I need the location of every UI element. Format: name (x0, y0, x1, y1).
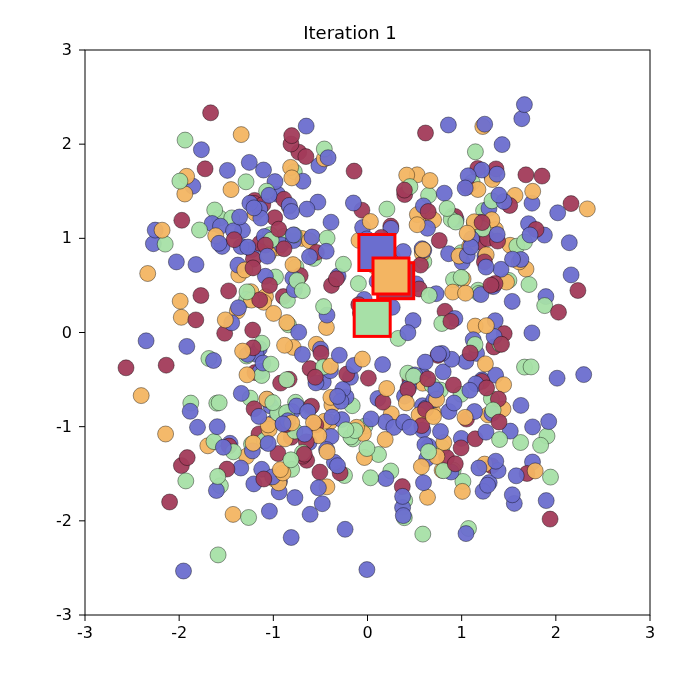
svg-text:-2: -2 (56, 511, 72, 530)
svg-point-613 (462, 382, 478, 398)
svg-point-103 (266, 305, 282, 321)
svg-point-282 (458, 285, 474, 301)
svg-point-131 (320, 150, 336, 166)
svg-point-162 (283, 204, 299, 220)
svg-point-452 (307, 369, 323, 385)
svg-point-594 (523, 359, 539, 375)
svg-point-201 (418, 125, 434, 141)
svg-point-300 (563, 267, 579, 283)
svg-point-620 (576, 367, 592, 383)
svg-point-602 (508, 468, 524, 484)
svg-point-137 (226, 232, 242, 248)
svg-point-517 (543, 469, 559, 485)
svg-point-259 (491, 187, 507, 203)
svg-point-315 (474, 215, 490, 231)
svg-point-147 (240, 239, 256, 255)
svg-point-202 (350, 276, 366, 292)
svg-point-609 (426, 409, 442, 425)
svg-point-440 (263, 356, 279, 372)
svg-rect-624 (354, 300, 390, 336)
svg-point-387 (176, 563, 192, 579)
svg-point-386 (241, 510, 257, 526)
svg-point-106 (188, 257, 204, 273)
svg-point-166 (294, 283, 310, 299)
svg-point-393 (138, 333, 154, 349)
svg-point-612 (417, 354, 433, 370)
svg-point-172 (239, 284, 255, 300)
svg-point-160 (285, 257, 301, 273)
svg-point-529 (477, 356, 493, 372)
svg-point-577 (359, 562, 375, 578)
svg-text:3: 3 (645, 623, 655, 642)
svg-point-157 (346, 163, 362, 179)
svg-point-470 (210, 547, 226, 563)
svg-point-138 (168, 254, 184, 270)
svg-point-583 (479, 380, 495, 396)
svg-point-563 (462, 345, 478, 361)
svg-text:-3: -3 (56, 605, 72, 624)
svg-point-615 (538, 493, 554, 509)
svg-point-458 (211, 395, 227, 411)
svg-point-126 (231, 300, 247, 316)
svg-point-454 (256, 471, 272, 487)
svg-point-434 (337, 521, 353, 537)
svg-point-77 (304, 229, 320, 245)
svg-point-333 (312, 464, 328, 480)
svg-point-479 (525, 419, 541, 435)
svg-point-571 (359, 441, 375, 457)
svg-point-250 (525, 183, 541, 199)
svg-point-143 (271, 221, 287, 237)
svg-point-321 (537, 298, 553, 314)
svg-point-541 (541, 414, 557, 430)
svg-point-316 (439, 201, 455, 217)
svg-point-530 (454, 483, 470, 499)
svg-point-543 (416, 475, 432, 491)
svg-point-569 (445, 377, 461, 393)
svg-point-154 (259, 248, 275, 264)
svg-text:3: 3 (62, 40, 72, 59)
svg-point-159 (154, 222, 170, 238)
svg-point-438 (190, 419, 206, 435)
svg-point-619 (398, 395, 414, 411)
svg-point-468 (283, 452, 299, 468)
svg-text:1: 1 (62, 228, 72, 247)
svg-point-129 (284, 128, 300, 144)
svg-point-473 (297, 426, 313, 442)
svg-point-312 (516, 97, 532, 113)
x-axis: -3 -2 -1 0 1 2 3 (77, 615, 655, 642)
svg-point-603 (420, 371, 436, 387)
svg-point-186 (345, 195, 361, 211)
svg-point-414 (279, 372, 295, 388)
svg-point-113 (232, 209, 248, 225)
svg-point-558 (363, 411, 379, 427)
svg-point-174 (285, 227, 301, 243)
svg-point-582 (527, 463, 543, 479)
svg-point-509 (551, 304, 567, 320)
svg-point-295 (415, 242, 431, 258)
svg-point-516 (413, 459, 429, 475)
svg-point-180 (518, 167, 534, 183)
svg-point-572 (533, 437, 549, 453)
svg-point-298 (323, 214, 339, 230)
svg-point-556 (458, 526, 474, 542)
svg-point-371 (261, 503, 277, 519)
svg-text:-3: -3 (77, 623, 93, 642)
svg-point-288 (561, 235, 577, 251)
svg-point-581 (375, 357, 391, 373)
svg-point-597 (549, 370, 565, 386)
svg-point-144 (318, 243, 334, 259)
svg-point-322 (457, 180, 473, 196)
svg-point-407 (233, 385, 249, 401)
svg-point-290 (477, 116, 493, 132)
svg-point-596 (478, 318, 494, 334)
svg-point-553 (433, 424, 449, 440)
svg-text:1: 1 (457, 623, 467, 642)
svg-point-469 (319, 444, 335, 460)
svg-point-59 (188, 312, 204, 328)
svg-point-171 (223, 182, 239, 198)
svg-point-53 (172, 293, 188, 309)
svg-point-617 (446, 395, 462, 411)
svg-point-591 (457, 409, 473, 425)
svg-point-176 (302, 249, 318, 265)
svg-point-97 (192, 222, 208, 238)
